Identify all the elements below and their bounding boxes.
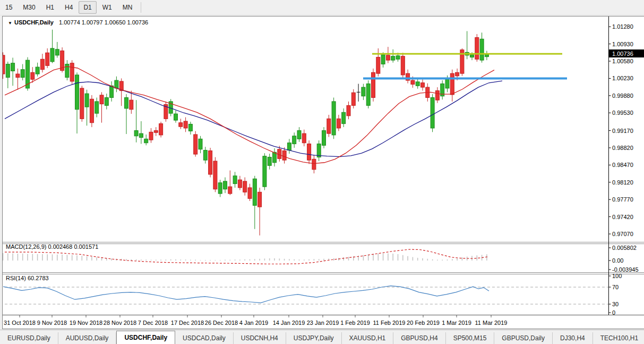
- candle-bull: [342, 112, 346, 123]
- date-label: 4 Jan 2019: [239, 320, 268, 326]
- date-label: 11 Feb 2019: [373, 320, 406, 326]
- candle-bull: [293, 136, 296, 144]
- macd-axis-label: 0.00: [612, 257, 623, 264]
- candle-bull: [297, 131, 301, 139]
- timeframe-button-h1[interactable]: H1: [41, 1, 59, 14]
- candle-bear: [401, 56, 405, 75]
- rsi-axis-label: 0: [612, 309, 615, 316]
- candle-bear: [312, 159, 316, 169]
- timeframe-button-m30[interactable]: M30: [18, 1, 40, 14]
- chart-title-ohlc: 1.00774 1.00797 1.00650 1.00736: [59, 19, 148, 26]
- rsi-line: [3, 286, 489, 303]
- candle-bull: [391, 56, 395, 60]
- price-axis-label: 0.99880: [612, 93, 633, 99]
- candle-bear: [40, 59, 44, 69]
- date-label: 17 Dec 2018: [171, 320, 204, 326]
- candle-bear: [307, 144, 311, 161]
- candle-bull: [233, 176, 237, 184]
- date-label: 11 Mar 2019: [475, 320, 508, 326]
- chart-tab-eurusd-daily[interactable]: EURUSD,Daily: [0, 332, 58, 344]
- candle-bear: [386, 55, 390, 60]
- candle-bear: [450, 73, 454, 95]
- date-label: 14 Jan 2019: [273, 320, 305, 326]
- candle-bull: [50, 48, 54, 62]
- candle-bear: [248, 188, 252, 198]
- date-label: 9 Nov 2018: [37, 320, 67, 326]
- chart-tab-usdchf-daily[interactable]: USDCHF,Daily: [116, 331, 175, 344]
- chart-tab-gbpusd-daily[interactable]: GBPUSD,Daily: [494, 332, 553, 344]
- price-axis-label: 0.97070: [612, 231, 633, 237]
- candle-bear: [258, 192, 262, 207]
- candle-bull: [362, 87, 365, 96]
- candle-bear: [16, 74, 20, 77]
- candle-bull: [263, 156, 267, 187]
- chart-title-symbol: USDCHF,Daily: [14, 19, 54, 26]
- date-label: 26 Dec 2018: [205, 320, 238, 326]
- candle-bear: [351, 93, 355, 105]
- price-chart-canvas[interactable]: 1.012801.009301.005801.002300.998800.995…: [3, 16, 644, 330]
- candle-bear: [100, 95, 104, 104]
- date-label: 7 Dec 2018: [138, 320, 168, 326]
- candle-bull: [366, 84, 370, 106]
- candle-bear: [243, 181, 247, 192]
- timeframe-button-mn[interactable]: MN: [118, 1, 138, 14]
- candle-bull: [65, 64, 69, 78]
- candle-bull: [134, 131, 138, 136]
- chart-tab-bar: EURUSD,DailyAUDUSD,DailyUSDCHF,DailyUSDC…: [0, 330, 644, 344]
- candle-bear: [327, 119, 331, 133]
- rsi-axis-label: 30: [612, 301, 619, 307]
- candle-bear: [179, 123, 183, 127]
- candle-bull: [396, 56, 400, 59]
- chart-tab-xauusd-h1[interactable]: XAUUSD,H1: [342, 332, 394, 344]
- timeframe-button-d1[interactable]: D1: [79, 1, 96, 14]
- candle-bull: [125, 98, 128, 108]
- candle-bear: [411, 80, 415, 84]
- candle-bear: [228, 187, 232, 194]
- candle-bull: [36, 67, 39, 74]
- candle-bear: [3, 55, 5, 74]
- candle-bear: [46, 53, 49, 65]
- candle-bull: [218, 183, 222, 194]
- candle-bull: [95, 102, 99, 113]
- symbol-dropdown-icon: ▼: [8, 21, 12, 26]
- candle-bear: [421, 83, 425, 87]
- chart-tab-gbpusd-h4[interactable]: GBPUSD,H4: [393, 332, 445, 344]
- chart-tab-usdcad-daily[interactable]: USDCAD,Daily: [175, 332, 234, 344]
- date-label: 28 Nov 2018: [104, 320, 136, 326]
- macd-label: MACD(12,26,9) 0.002468 0.001571: [6, 244, 98, 250]
- current-price-label: 1.00736: [612, 51, 633, 57]
- chart-tab-usdcnh-h4[interactable]: USDCNH,H4: [234, 332, 286, 344]
- candle-bear: [149, 132, 153, 140]
- candle-bear: [130, 100, 133, 110]
- candle-bear: [475, 38, 479, 60]
- price-axis-label: 0.97770: [612, 196, 633, 203]
- candle-bear: [282, 151, 286, 161]
- candle-bear: [80, 88, 84, 119]
- macd-axis-label: -0.003945: [612, 266, 639, 273]
- candle-bull: [110, 86, 114, 97]
- chart-window[interactable]: 1.012801.009301.005801.002300.998800.995…: [2, 16, 644, 329]
- timeframe-button-w1[interactable]: W1: [98, 1, 117, 14]
- chart-tab-audusd-daily[interactable]: AUDUSD,Daily: [58, 332, 117, 344]
- candle-bear: [238, 180, 242, 188]
- candle-bull: [55, 49, 59, 55]
- candle-bear: [70, 63, 74, 81]
- chart-tab-dj30-h4[interactable]: DJ30,H4: [553, 332, 593, 344]
- candle-bear: [213, 161, 217, 189]
- candle-bull: [21, 70, 24, 78]
- chart-tab-sp500-m15[interactable]: SP500,M15: [446, 332, 495, 344]
- timeframe-button-h4[interactable]: H4: [60, 1, 78, 14]
- price-axis-label: 0.99530: [612, 110, 633, 116]
- candle-bull: [199, 139, 202, 149]
- chart-tab-usdjpy-daily[interactable]: USDJPY,Daily: [286, 332, 342, 344]
- candle-bull: [11, 63, 15, 71]
- candle-bull: [480, 39, 484, 60]
- candle-bull: [416, 82, 419, 86]
- rsi-label: RSI(14) 60.2783: [6, 275, 49, 281]
- price-axis-label: 0.98820: [612, 145, 633, 151]
- candle-bear: [90, 99, 93, 122]
- price-axis-label: 0.99170: [612, 128, 633, 134]
- chart-tab-tech100-h1[interactable]: TECH100,H1: [593, 332, 644, 344]
- timeframe-toolbar: 15M30H1H4D1W1MN: [0, 0, 644, 15]
- timeframe-button-15[interactable]: 15: [1, 1, 17, 14]
